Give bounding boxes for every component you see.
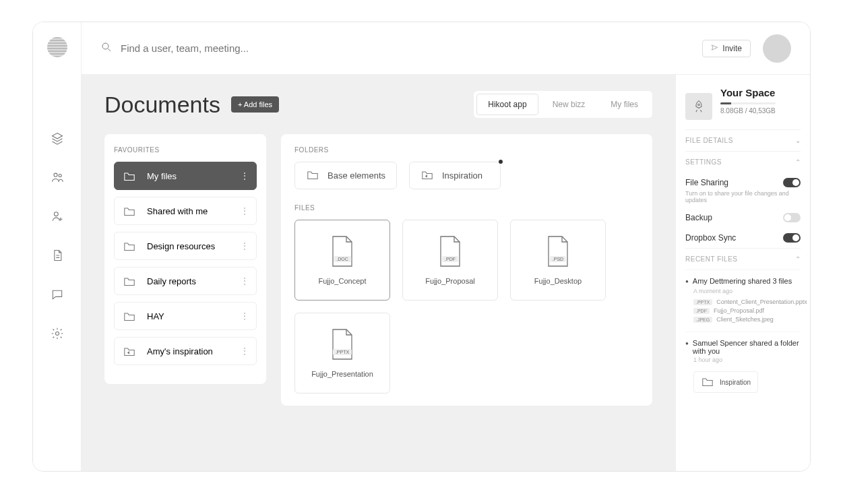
avatar[interactable]	[763, 34, 791, 63]
logo	[47, 37, 67, 57]
favourite-item[interactable]: Shared with me⋮	[114, 197, 257, 225]
more-icon[interactable]: ⋮	[240, 241, 249, 251]
more-icon[interactable]: ⋮	[240, 276, 249, 286]
section-recent-files[interactable]: RECENT FILES ⌃	[685, 248, 801, 270]
file-name: Fujjo_Desktop	[534, 277, 582, 285]
setting-label: Backup	[685, 213, 712, 222]
folder-label: Base elements	[327, 170, 385, 181]
file-name: Fujjo_Concept	[319, 277, 367, 285]
more-icon[interactable]: ⋮	[240, 311, 249, 321]
storage-bar	[720, 102, 776, 104]
nav-document[interactable]	[44, 242, 71, 269]
nav-user-add[interactable]	[44, 203, 71, 230]
setting-label: File Sharing	[685, 178, 728, 187]
feed-item: Amy Dettmering shared 3 filesA moment ag…	[685, 270, 801, 332]
folder-icon	[306, 169, 319, 182]
right-panel: Your Space 8.08GB / 40,53GB FILE DETAILS…	[675, 75, 810, 471]
folder-label: Inspiration	[442, 170, 482, 181]
feed-file[interactable]: .JPEGClient_Sketches.jpeg	[693, 316, 801, 323]
file-card[interactable]: .PPTXFujjo_Presentation	[294, 313, 390, 393]
svg-point-4	[102, 43, 108, 49]
svg-point-2	[54, 212, 58, 216]
feed-file[interactable]: .PDFFujjo_Proposal.pdf	[693, 307, 801, 314]
share-folder-icon	[123, 346, 136, 356]
setting-label: Dropbox Sync	[685, 233, 736, 243]
more-icon[interactable]: ⋮	[240, 206, 249, 216]
setting-row: Backup	[685, 208, 801, 228]
more-icon[interactable]: ⋮	[240, 170, 249, 181]
file-card[interactable]: .DOCFujjo_Concept	[294, 220, 390, 301]
invite-button[interactable]: Invite	[702, 40, 751, 57]
more-icon[interactable]: ⋮	[240, 346, 249, 356]
notification-dot	[499, 160, 503, 164]
folder-chip[interactable]: Base elements	[294, 162, 397, 189]
tabs: Hikoot appNew bizzMy files	[474, 91, 652, 118]
file-card[interactable]: .PDFFujjo_Proposal	[402, 220, 498, 301]
favourite-label: Daily reports	[147, 276, 196, 286]
favourite-label: Amy's inspiration	[147, 346, 213, 356]
file-icon: .PSD	[544, 235, 571, 267]
folder-icon	[123, 276, 136, 286]
file-icon: .PDF	[437, 235, 464, 267]
tab-1[interactable]: New bizz	[541, 94, 597, 115]
nav-chat[interactable]	[44, 281, 71, 308]
send-icon	[711, 44, 718, 53]
space-usage: 8.08GB / 40,53GB	[720, 107, 776, 115]
svg-point-5	[698, 104, 700, 106]
folder-chip[interactable]: Inspiration	[409, 162, 501, 189]
favourite-label: HAY	[147, 311, 164, 321]
add-files-button[interactable]: + Add files	[231, 96, 279, 113]
nav-team[interactable]	[44, 164, 71, 191]
feed-time: A moment ago	[693, 288, 801, 294]
topbar: Invite	[82, 22, 810, 75]
share-folder-icon	[420, 169, 434, 182]
favourite-label: My files	[147, 171, 177, 181]
folder-icon	[123, 170, 136, 181]
search-icon	[100, 41, 113, 56]
toggle[interactable]	[783, 178, 801, 187]
space-title: Your Space	[720, 87, 776, 98]
section-file-details[interactable]: FILE DETAILS ⌄	[685, 129, 801, 151]
favourite-item[interactable]: My files⋮	[114, 162, 257, 190]
setting-row: Dropbox Sync	[685, 228, 801, 248]
setting-desc: Turn on to share your file changes and u…	[685, 190, 801, 203]
toggle[interactable]	[783, 213, 801, 222]
chevron-down-icon: ⌄	[795, 137, 801, 144]
tab-0[interactable]: Hikoot app	[476, 94, 538, 115]
file-name: Fujjo_Proposal	[425, 277, 474, 285]
nav-settings[interactable]	[44, 320, 71, 347]
feed-title: Amy Dettmering shared 3 files	[685, 277, 801, 286]
tab-2[interactable]: My files	[599, 94, 650, 115]
section-settings[interactable]: SETTINGS ⌃	[685, 151, 801, 172]
feed-time: 1 hour ago	[693, 356, 801, 363]
invite-label: Invite	[722, 44, 742, 53]
files-heading: FILES	[294, 204, 639, 212]
folders-files-panel: FOLDERS Base elementsInspiration FILES .…	[281, 134, 652, 406]
svg-point-0	[54, 173, 57, 177]
folder-icon	[123, 206, 136, 216]
file-card[interactable]: .PSDFujjo_Desktop	[510, 220, 606, 301]
page-title: Documents	[104, 92, 220, 118]
sidebar-nav	[33, 22, 82, 471]
chevron-up-icon: ⌃	[795, 158, 801, 166]
feed-file[interactable]: .PPTXContent_Client_Presentation.pptx	[693, 298, 801, 305]
favourites-heading: FAVOURITES	[114, 146, 257, 154]
nav-layers[interactable]	[44, 125, 71, 152]
folder-icon	[701, 376, 714, 388]
favourite-item[interactable]: HAY⋮	[114, 302, 257, 330]
feed-item: Samuel Spencer shared a folder with you1…	[685, 332, 801, 400]
favourites-panel: FAVOURITES My files⋮Shared with me⋮Desig…	[104, 134, 266, 384]
favourite-item[interactable]: Amy's inspiration⋮	[114, 337, 257, 365]
favourite-label: Design resources	[147, 241, 215, 251]
search-input[interactable]	[121, 42, 377, 54]
feed-folder[interactable]: Inspiration	[693, 371, 758, 393]
toggle[interactable]	[783, 233, 801, 243]
folder-icon	[123, 241, 136, 251]
favourite-item[interactable]: Design resources⋮	[114, 232, 257, 260]
folders-heading: FOLDERS	[294, 146, 639, 154]
svg-point-3	[55, 332, 59, 336]
file-name: Fujjo_Presentation	[311, 370, 373, 378]
rocket-icon	[685, 93, 712, 120]
favourite-item[interactable]: Daily reports⋮	[114, 267, 257, 295]
folder-icon	[123, 311, 136, 321]
